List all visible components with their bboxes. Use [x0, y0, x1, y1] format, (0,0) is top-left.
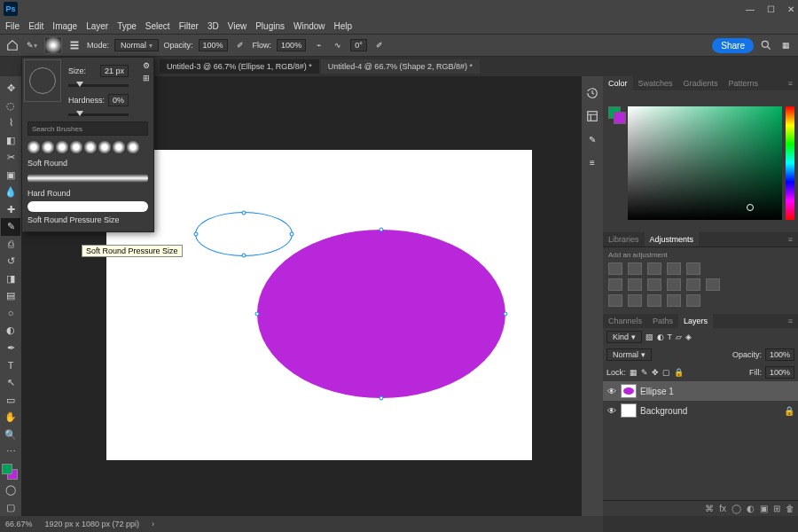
quick-mask-toggle[interactable]: ◯ — [1, 481, 20, 499]
lasso-tool[interactable]: ⌇ — [1, 114, 20, 132]
dodge-tool[interactable]: ◐ — [1, 322, 20, 340]
mask-icon[interactable]: ◯ — [732, 504, 741, 513]
hand-tool[interactable]: ✋ — [1, 409, 20, 426]
bg-swatch[interactable] — [614, 112, 626, 124]
panel-menu-icon[interactable]: ≡ — [783, 314, 798, 328]
brushes-panel-icon[interactable]: ✎ — [584, 131, 600, 147]
tab-channels[interactable]: Channels — [603, 314, 647, 328]
doc-dimensions[interactable]: 1920 px x 1080 px (72 ppi) — [45, 520, 140, 528]
large-handle-bottom[interactable] — [379, 396, 384, 401]
panel-menu-icon[interactable]: ≡ — [783, 232, 798, 246]
menu-type[interactable]: Type — [117, 21, 137, 31]
path-handle-top[interactable] — [242, 211, 246, 215]
layer-filter-select[interactable]: Kind ▾ — [606, 331, 642, 343]
tab-libraries[interactable]: Libraries — [603, 232, 645, 246]
selection-tool[interactable]: ◧ — [1, 132, 20, 150]
ellipse-small-path[interactable] — [195, 212, 293, 256]
menu-edit[interactable]: Edit — [28, 21, 43, 31]
hue-slider[interactable] — [786, 106, 794, 220]
zoom-level[interactable]: 66.67% — [5, 520, 33, 528]
adj-hue[interactable] — [608, 278, 622, 291]
layer-thumb[interactable] — [621, 384, 637, 398]
screen-mode-toggle[interactable]: ▢ — [1, 498, 20, 516]
adj-curves[interactable] — [647, 262, 661, 275]
filter-adj-icon[interactable]: ◐ — [657, 332, 664, 341]
history-brush-tool[interactable]: ↺ — [1, 253, 20, 270]
visibility-toggle[interactable]: 👁 — [606, 387, 617, 396]
home-icon[interactable] — [5, 38, 20, 52]
brush-thumb[interactable] — [27, 141, 40, 153]
lock-artboard-icon[interactable]: ▢ — [662, 368, 670, 377]
layer-row-ellipse[interactable]: 👁 Ellipse 1 — [603, 381, 798, 401]
filter-shape-icon[interactable]: ▱ — [676, 332, 682, 341]
menu-layer[interactable]: Layer — [86, 21, 108, 31]
menu-filter[interactable]: Filter — [179, 21, 199, 31]
brush-size-input[interactable]: 21 px — [100, 65, 129, 77]
pen-tool[interactable]: ✒ — [1, 340, 20, 357]
eyedropper-tool[interactable]: 💧 — [1, 184, 20, 201]
path-handle-right[interactable] — [290, 232, 294, 237]
close-button[interactable]: ✕ — [787, 4, 794, 14]
color-swatch-pair[interactable] — [608, 106, 626, 124]
delete-layer-icon[interactable]: 🗑 — [786, 504, 794, 513]
adj-levels[interactable] — [628, 262, 642, 275]
type-tool[interactable]: T — [1, 356, 20, 374]
brush-tool-preset-icon[interactable]: ✎▾ — [25, 38, 39, 52]
menu-window[interactable]: Window — [293, 21, 325, 31]
move-tool[interactable]: ✥ — [1, 80, 20, 98]
brush-thumb[interactable] — [98, 141, 111, 153]
path-handle-bottom[interactable] — [242, 254, 246, 258]
adj-gradient-map[interactable] — [667, 294, 681, 307]
adj-exposure[interactable] — [667, 262, 681, 275]
smoothing-icon[interactable]: ∿ — [331, 38, 345, 52]
path-handle-left[interactable] — [194, 232, 199, 237]
adj-balance[interactable] — [628, 278, 642, 291]
large-handle-top[interactable] — [379, 228, 384, 232]
menu-file[interactable]: File — [5, 21, 20, 31]
filter-pixel-icon[interactable]: ▧ — [645, 332, 653, 341]
maximize-button[interactable]: ☐ — [767, 4, 775, 14]
brush-preview-icon[interactable] — [44, 36, 62, 54]
lock-pixels-icon[interactable]: ✎ — [641, 368, 648, 377]
filter-type-icon[interactable]: T — [668, 332, 673, 341]
large-handle-right[interactable] — [504, 312, 508, 317]
marquee-tool[interactable]: ◌ — [1, 98, 20, 115]
large-handle-left[interactable] — [255, 312, 260, 317]
layer-name[interactable]: Ellipse 1 — [640, 387, 674, 396]
brush-preset-hard-round[interactable]: Hard Round — [22, 187, 153, 200]
new-preset-icon[interactable]: ⊞ — [143, 74, 150, 82]
adj-bw[interactable] — [647, 278, 661, 291]
tab-adjustments[interactable]: Adjustments — [645, 232, 700, 246]
eraser-tool[interactable]: ◨ — [1, 270, 20, 288]
lock-all-icon[interactable]: 🔒 — [674, 368, 684, 377]
brush-preset-soft-round[interactable]: Soft Round — [22, 157, 153, 169]
adj-threshold[interactable] — [647, 294, 661, 307]
brush-angle-preview[interactable] — [24, 59, 61, 102]
path-tool[interactable]: ↖ — [1, 374, 20, 392]
status-chevron-icon[interactable]: › — [152, 520, 154, 528]
opacity-input[interactable]: 100% — [199, 39, 228, 51]
filter-smart-icon[interactable]: ◈ — [685, 332, 692, 341]
edit-toolbar[interactable]: ⋯ — [1, 443, 20, 461]
adj-invert[interactable] — [608, 294, 622, 307]
tab-layers[interactable]: Layers — [678, 314, 713, 328]
search-icon[interactable] — [759, 38, 773, 52]
adj-lookup[interactable] — [706, 278, 720, 291]
adj-selective[interactable] — [686, 294, 700, 307]
menu-3d[interactable]: 3D — [207, 21, 219, 31]
ellipse-large-shape[interactable] — [257, 230, 505, 398]
document-canvas[interactable] — [106, 150, 532, 460]
tab-patterns[interactable]: Patterns — [724, 76, 764, 90]
adj-photo-filter[interactable] — [667, 278, 681, 291]
doc-tab-1[interactable]: Untitled-3 @ 66.7% (Ellipse 1, RGB/8#) * — [160, 59, 319, 74]
brush-tool[interactable]: ✎ — [1, 218, 20, 236]
adj-posterize[interactable] — [628, 294, 642, 307]
pressure-opacity-icon[interactable]: ✐ — [233, 38, 247, 52]
brush-thumb[interactable] — [84, 141, 97, 153]
gradient-tool[interactable]: ▤ — [1, 287, 20, 305]
foreground-color-swatch[interactable] — [2, 464, 12, 474]
menu-plugins[interactable]: Plugins — [255, 21, 285, 31]
blend-mode-select[interactable]: Normal ▾ — [114, 39, 159, 51]
color-picker-cursor[interactable] — [747, 204, 754, 211]
fx-icon[interactable]: fx — [719, 504, 726, 513]
